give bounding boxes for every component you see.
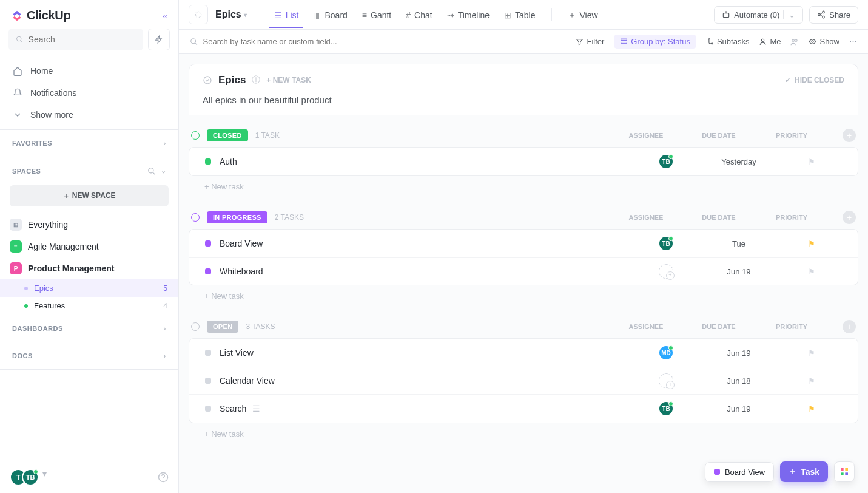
flag-icon[interactable]: ⚑ (808, 404, 815, 413)
priority-cell[interactable]: ⚑ (775, 157, 848, 166)
view-tab-list[interactable]: ☰List (269, 2, 304, 28)
search-icon[interactable] (147, 167, 156, 175)
assignee-cell[interactable] (630, 373, 702, 388)
priority-cell[interactable]: ⚑ (775, 267, 848, 276)
folder-epics[interactable]: Epics 5 (0, 279, 178, 297)
due-date-cell[interactable]: Jun 18 (702, 376, 775, 386)
due-date-cell[interactable]: Jun 19 (702, 404, 775, 413)
priority-cell[interactable]: ⚑ (775, 239, 848, 248)
minimized-task-chip[interactable]: Board View (705, 462, 774, 482)
add-column-button[interactable]: + (843, 320, 856, 333)
new-task-row[interactable]: + New task (189, 423, 858, 444)
col-assignee[interactable]: ASSIGNEE (610, 132, 682, 139)
group-by-button[interactable]: Group by: Status (614, 35, 696, 49)
status-pill[interactable]: CLOSED (207, 129, 248, 141)
apps-button[interactable] (834, 461, 855, 482)
task-row[interactable]: Search ☰ TB Jun 19 ⚑ (189, 395, 858, 423)
task-row[interactable]: Whiteboard Jun 19 ⚑ (189, 258, 858, 285)
due-date-cell[interactable]: Jun 19 (702, 348, 775, 358)
breadcrumb-title[interactable]: Epics▾ (215, 9, 247, 20)
view-tab-timeline[interactable]: ⇢Timeline (442, 2, 494, 27)
avatar[interactable]: TB (658, 154, 674, 169)
share-button[interactable]: Share (809, 6, 858, 24)
nav-home[interactable]: Home (0, 60, 178, 82)
col-priority[interactable]: PRIORITY (755, 323, 828, 330)
assignee-cell[interactable]: TB (630, 401, 702, 416)
priority-cell[interactable]: ⚑ (775, 404, 848, 413)
collapse-icon[interactable] (191, 131, 200, 140)
filter-button[interactable]: Filter (576, 37, 604, 46)
avatar[interactable]: TB (658, 401, 674, 416)
flag-icon[interactable]: ⚑ (808, 157, 815, 166)
automate-button[interactable]: Automate (0)⌄ (714, 6, 803, 24)
task-name[interactable]: Calendar View (220, 376, 630, 386)
flag-icon[interactable]: ⚑ (808, 239, 815, 248)
task-row[interactable]: Auth TB Yesterday ⚑ (189, 148, 858, 175)
user-avatars[interactable]: T TB ▾ (10, 469, 47, 486)
collapse-icon[interactable] (191, 322, 200, 331)
task-row[interactable]: Calendar View Jun 18 ⚑ (189, 367, 858, 395)
status-pill[interactable]: OPEN (207, 321, 238, 333)
favorites-header[interactable]: FAVORITES › (0, 130, 178, 157)
chevron-down-icon[interactable]: ⌄ (161, 167, 167, 175)
task-name[interactable]: Auth (220, 157, 630, 166)
space-product[interactable]: PProduct Management (0, 257, 178, 279)
nav-notifications[interactable]: Notifications (0, 82, 178, 104)
view-tab-table[interactable]: ⊞Table (499, 2, 540, 27)
due-date-cell[interactable]: Yesterday (702, 157, 775, 166)
col-due[interactable]: DUE DATE (682, 214, 755, 221)
ai-button[interactable] (148, 29, 170, 50)
docs-header[interactable]: DOCS› (0, 342, 178, 369)
task-name[interactable]: Board View (220, 239, 630, 248)
new-space-button[interactable]: ＋ NEW SPACE (10, 185, 169, 206)
col-assignee[interactable]: ASSIGNEE (610, 214, 682, 221)
flag-icon[interactable]: ⚑ (808, 348, 815, 358)
status-pill[interactable]: IN PROGRESS (207, 211, 267, 223)
sidebar-search-input[interactable] (29, 35, 136, 44)
col-due[interactable]: DUE DATE (682, 132, 755, 139)
flag-icon[interactable]: ⚑ (808, 267, 815, 276)
col-priority[interactable]: PRIORITY (755, 214, 828, 221)
list-icon[interactable] (189, 5, 208, 24)
add-column-button[interactable]: + (843, 129, 856, 142)
empty-assignee-icon[interactable] (659, 264, 673, 279)
col-priority[interactable]: PRIORITY (755, 132, 828, 139)
task-name[interactable]: List View (220, 348, 630, 358)
task-name[interactable]: Search ☰ (220, 404, 630, 413)
new-task-row[interactable]: + New task (189, 176, 858, 197)
task-row[interactable]: Board View TB Tue ⚑ (189, 229, 858, 258)
status-square-icon[interactable] (205, 158, 211, 165)
dashboards-header[interactable]: DASHBOARDS› (0, 315, 178, 342)
logo[interactable]: ClickUp (11, 8, 70, 22)
assignees-button[interactable] (790, 38, 799, 46)
view-tab-chat[interactable]: #Chat (401, 2, 437, 27)
due-date-cell[interactable]: Tue (702, 239, 775, 248)
status-square-icon[interactable] (205, 378, 211, 384)
status-square-icon[interactable] (205, 406, 211, 412)
due-date-cell[interactable]: Jun 19 (702, 267, 775, 276)
space-everything[interactable]: ⊞Everything (0, 214, 178, 236)
collapse-icon[interactable] (191, 213, 200, 222)
col-assignee[interactable]: ASSIGNEE (610, 323, 682, 330)
space-agile[interactable]: ≡Agile Management (0, 236, 178, 257)
hide-closed-button[interactable]: ✓ HIDE CLOSED (785, 76, 844, 84)
priority-cell[interactable]: ⚑ (775, 376, 848, 386)
view-tab-board[interactable]: ▥Board (308, 2, 352, 27)
new-task-row[interactable]: + New task (189, 285, 858, 307)
more-icon[interactable]: ⋯ (849, 37, 857, 46)
collapse-sidebar-icon[interactable]: « (163, 11, 167, 21)
priority-cell[interactable]: ⚑ (775, 348, 848, 358)
show-button[interactable]: Show (809, 37, 839, 46)
status-circle-icon[interactable] (203, 75, 212, 85)
add-column-button[interactable]: + (843, 211, 856, 224)
assignee-cell[interactable] (630, 264, 702, 279)
new-task-button[interactable]: ＋ Task (780, 461, 828, 482)
info-icon[interactable]: ⓘ (252, 75, 260, 86)
folder-features[interactable]: Features 4 (0, 297, 178, 314)
sidebar-search[interactable] (8, 29, 143, 50)
task-name[interactable]: Whiteboard (220, 267, 630, 276)
empty-assignee-icon[interactable] (659, 373, 673, 388)
avatar[interactable]: MD (658, 345, 674, 361)
add-view-button[interactable]: ＋View (563, 1, 603, 28)
subtasks-button[interactable]: Subtasks (706, 37, 749, 46)
